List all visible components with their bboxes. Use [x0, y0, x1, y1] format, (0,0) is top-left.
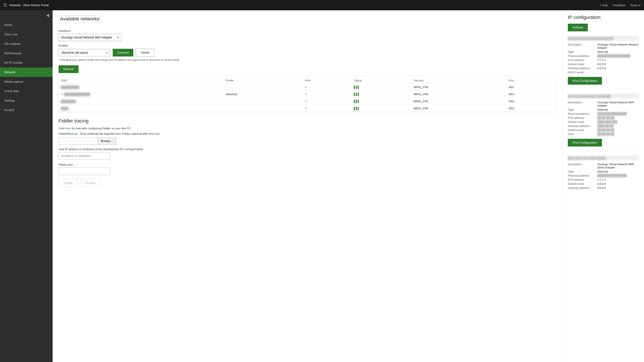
ip-header-blurred-2: ███ ████ ███ ██████ ████████	[568, 95, 610, 98]
delete-button[interactable]: Delete	[136, 49, 154, 57]
ipv4-label-1: IPv4 address:	[568, 59, 596, 62]
signal-cell: ▌▌▌	[352, 91, 412, 98]
gateway-label-3: Gateway address:	[568, 186, 596, 189]
ip-header-blurred-3: ████ ████ ███ ████ ██████	[568, 157, 606, 159]
ssid-cell: ██████████	[59, 84, 224, 91]
sidebar-item-network[interactable]: Network	[0, 68, 52, 77]
main-content: Available networks Interfaces Durango Vi…	[52, 10, 562, 362]
titlebar: ☰ Network - Xbox Device Portal ? Help Fe…	[0, 0, 644, 10]
subnet-value-1: 0.0.0.0	[598, 63, 606, 66]
page-title: Network - Xbox Device Portal	[10, 4, 597, 7]
feedback-button[interactable]: Feedback	[613, 4, 625, 7]
ip-section-3: ████ ████ ███ ████ ██████ Description:Du…	[568, 155, 639, 194]
ipv4-config-button-1[interactable]: IPv4 Configuration	[568, 77, 602, 85]
enable-row: Enable Disable	[58, 179, 556, 187]
physical-label-2: Physical address:	[568, 112, 596, 115]
ip-config-title: IP configuration	[568, 15, 639, 20]
profiles-row: XboxOne (all users) Connect Delete	[58, 49, 556, 57]
dhcp-label-1: DHCP server:	[568, 71, 596, 74]
cert-input[interactable]	[58, 138, 97, 145]
ssid-cell: ████	[59, 105, 224, 112]
disable-button[interactable]: Disable	[80, 179, 100, 187]
menu-icon[interactable]: ☰	[4, 3, 7, 8]
col-encr: Encr	[506, 78, 556, 84]
type-label-2: Type:	[568, 108, 596, 111]
col-profile: Profile	[224, 78, 303, 84]
ipv4-config-button-2[interactable]: IPv4 Configuration	[568, 139, 602, 147]
sidebar-item-home[interactable]: Home	[0, 20, 52, 30]
power-button[interactable]: Power ▾	[630, 4, 640, 7]
sidebar-item-scratch[interactable]: Scratch	[0, 105, 52, 115]
ip-section-1-header: ███████████████████████████	[568, 36, 639, 41]
sidebar-item-crash-data[interactable]: Crash data	[0, 86, 52, 96]
dhcp-label-2: DHCP server:	[568, 129, 596, 132]
type-value-3: Ethernet	[598, 170, 608, 173]
sidebar-item-performance[interactable]: Performance	[0, 49, 52, 58]
sidebar-item-xbox-live[interactable]: Xbox Live	[0, 30, 52, 39]
app-layout: ◀ Home Xbox Live File explorer Performan…	[0, 10, 644, 362]
profile-cell: XboxOne	[224, 91, 303, 98]
help-button[interactable]: ? Help	[600, 4, 608, 7]
ssid-cell: ████████	[59, 98, 224, 105]
type-label-3: Type:	[568, 170, 596, 173]
sidebar-item-file-explorer[interactable]: File explorer	[0, 39, 52, 49]
ip-refresh-button[interactable]: Refresh	[568, 24, 588, 31]
desc-label-1: Description:	[568, 43, 596, 50]
ip-section-2-header: ███ ████ ███ ██████ ████████	[568, 94, 639, 99]
connect-button[interactable]: Connect	[113, 49, 133, 57]
desc-value-1: Durango Virtual Network Miniport Adapter	[598, 43, 639, 50]
security-cell: WPA2_PSK	[412, 105, 506, 112]
profiles-label: Profiles	[58, 44, 556, 47]
encr-cell: AES	[506, 98, 556, 105]
subnet-label-1: Subnet mask:	[568, 63, 596, 66]
enable-button[interactable]: Enable	[58, 179, 78, 187]
desc-label-3: Description:	[568, 163, 596, 169]
profiles-select[interactable]: XboxOne (all users)	[58, 49, 110, 56]
refresh-networks-button[interactable]: Refresh	[58, 65, 78, 73]
security-cell: WPA2_PSK	[412, 98, 506, 105]
encr-cell: AES	[506, 91, 556, 98]
hostname-input[interactable]	[58, 152, 110, 160]
interfaces-select[interactable]: Durango Virtual Network WiFi Adapter	[58, 34, 121, 41]
col-ssid: SSID	[59, 78, 224, 84]
sidebar-collapse-button[interactable]: ◀	[0, 10, 52, 20]
security-cell: WPA2_PSK	[412, 84, 506, 91]
type-label-1: Type:	[568, 50, 596, 54]
encr-cell: AES	[506, 105, 556, 112]
subnet-value-2: ████ ███ ███	[598, 120, 617, 124]
profile-cell	[224, 105, 303, 112]
table-row[interactable]: ████ ✓ ▌▌▌ WPA2_PSK AES	[59, 105, 556, 112]
gateway-label-2: Gateway address:	[568, 124, 596, 128]
table-row[interactable]: ████████ ✓ ▌▌▌ WPA2_PSK AES	[59, 98, 556, 105]
profile-warning: * Changing your network profile will cha…	[58, 59, 556, 62]
sidebar-item-settings[interactable]: Settings	[0, 96, 52, 105]
sidebar-item-media-capture[interactable]: Media capture	[0, 77, 52, 86]
cert-row: Browse...	[58, 138, 556, 145]
dns-label-2: DNS:	[568, 133, 596, 136]
profile-cell	[224, 98, 303, 105]
ip-section-2: ███ ████ ███ ██████ ████████ Description…	[568, 94, 639, 150]
sidebar: ◀ Home Xbox Live File explorer Performan…	[0, 10, 52, 362]
physical-value-1: ██████████████████	[598, 54, 630, 58]
sidebar-item-http-monitor[interactable]: HTTP monitor	[0, 58, 52, 68]
table-row[interactable]: ✓ ██████████████ XboxOne ✓ ▌▌▌ WPA2_PSK …	[59, 91, 556, 98]
port-input[interactable]: 8888	[58, 168, 110, 175]
browse-button[interactable]: Browse...	[97, 138, 116, 145]
physical-label-3: Physical address:	[568, 174, 596, 177]
ip-config-panel: IP configuration Refresh ███████████████…	[562, 10, 644, 362]
ipv4-value-1: 0.0.0.0	[598, 59, 606, 62]
interfaces-label: Interfaces	[58, 29, 556, 33]
interfaces-select-wrapper: Durango Virtual Network WiFi Adapter	[58, 34, 121, 41]
fiddler-cert-label: FiddlerRoot.cer - Root certificate file …	[58, 132, 556, 135]
titlebar-actions: ? Help Feedback Power ▾	[600, 4, 640, 7]
col-signal: Signal	[352, 78, 412, 84]
signal-cell: ▌▌▌	[352, 84, 412, 91]
gateway-value-1: 0.0.0.0	[598, 67, 606, 70]
subnet-label-3: Subnet mask:	[568, 182, 596, 185]
infra-cell: ✓	[303, 105, 352, 112]
table-row[interactable]: ██████████ ✓ ▌▌▌ WPA2_PSK AES	[59, 84, 556, 91]
fiddler-help-link[interactable]: here	[66, 127, 71, 130]
desc-label-2: Description:	[568, 101, 596, 107]
ssid-cell: ✓ ██████████████	[59, 91, 224, 98]
ip-header-blurred-1: ███████████████████████████	[568, 37, 613, 40]
